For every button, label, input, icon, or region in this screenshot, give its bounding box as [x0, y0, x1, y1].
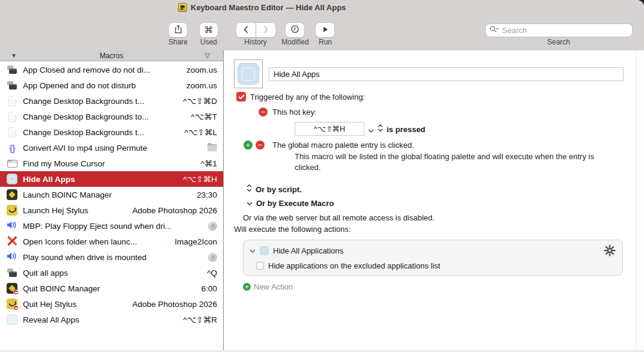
macro-row[interactable]: Quit BOINC Manager6:00	[0, 281, 223, 296]
history-forward-button[interactable]	[256, 23, 275, 37]
hej-stylus-icon	[7, 205, 17, 216]
scrollbar-track[interactable]	[636, 50, 644, 352]
macro-name: Find my Mouse Cursor	[23, 159, 105, 168]
macro-name: Quit Hej Stylus	[23, 300, 76, 309]
macro-row[interactable]: MBP: Play Floppy Eject sound when dri...	[0, 218, 223, 234]
macro-row[interactable]: Play sound when drive is mounted	[0, 249, 223, 265]
macro-name: Convert AVI to mp4 using Permute	[23, 144, 147, 153]
palette-description: This macro will be listed in the global …	[295, 151, 606, 173]
macro-row[interactable]: Reveal All Apps^⌥⇧⌘R	[0, 312, 223, 327]
hotkey-chevron-icon[interactable]	[368, 125, 374, 136]
macro-detail	[208, 253, 217, 262]
or-by-execute-row[interactable]: Or by Execute Macro	[247, 198, 334, 208]
clock-icon	[290, 25, 299, 35]
used-label: Used	[197, 38, 221, 46]
new-action-button[interactable]: New Action	[243, 282, 293, 291]
triggered-checkbox[interactable]	[236, 92, 246, 102]
macro-row[interactable]: Find my Mouse Cursor^⌘1	[0, 156, 223, 171]
hide-apps-icon	[7, 174, 17, 184]
stacked-windows-icon	[7, 64, 17, 75]
disc-icon	[208, 222, 217, 231]
run-button[interactable]	[316, 23, 334, 37]
macro-detail: ^⌥⇧⌘H	[183, 174, 217, 184]
macro-row[interactable]: Change Desktop Backgrounds to...^⌥⌘T	[0, 109, 223, 124]
macro-detail: ^⌥⇧⌘L	[185, 127, 217, 137]
action-header: Hide All Applications	[250, 245, 343, 256]
popup-updown-icon[interactable]	[378, 124, 383, 135]
triggered-label: Triggered by any of the following:	[250, 93, 365, 102]
hotkey-trigger-label: This hot key:	[272, 108, 317, 117]
macro-row[interactable]: Hide All Apps^⌥⇧⌘H	[0, 171, 223, 187]
gear-icon[interactable]	[603, 244, 616, 257]
palette-trigger-label: The global macro palette entry is clicke…	[272, 141, 414, 150]
or-by-script-row[interactable]: Or by script.	[247, 184, 302, 195]
macro-detail: Adobe Photoshop 2026	[132, 206, 217, 215]
remove-trigger-button[interactable]	[259, 108, 268, 117]
macro-row[interactable]: Launch BOINC Manager23:30	[0, 187, 223, 202]
search-field[interactable]	[486, 24, 632, 37]
window-title-group: Keyboard Maestro Editor — Hide All Apps	[178, 3, 346, 12]
hotkey-field[interactable]: ^⌥⇧⌘H	[295, 122, 364, 136]
window-chrome: Keyboard Maestro Editor — Hide All Apps …	[0, 0, 644, 50]
macro-name: Quit BOINC Manager	[23, 284, 100, 293]
action-box[interactable]: Hide All Applications Hide applications …	[243, 240, 623, 276]
hej-stylus-quit-icon	[7, 299, 17, 309]
sort-order-icon[interactable]: ▽	[205, 52, 210, 59]
macro-row[interactable]: Launch Hej StylusAdobe Photoshop 2026	[0, 202, 223, 218]
modified-button[interactable]	[286, 23, 304, 37]
stacked-windows-icon	[7, 267, 17, 278]
macro-name: App Opened and do not disturb	[23, 81, 136, 90]
hotkey-condition-label[interactable]: is pressed	[387, 125, 425, 134]
chevron-right-icon	[262, 25, 269, 35]
macro-detail: zoom.us	[186, 65, 217, 74]
macro-name: MBP: Play Floppy Eject sound when dri...	[23, 222, 172, 231]
macro-row[interactable]: {}Convert AVI to mp4 using Permute	[0, 140, 223, 156]
macro-detail: ^⌥⇧⌘R	[183, 315, 217, 324]
share-button[interactable]	[169, 23, 187, 37]
chevron-down-icon	[247, 198, 253, 208]
hotkey-trigger-row: This hot key:	[259, 108, 317, 117]
remove-palette-trigger-button[interactable]	[256, 141, 265, 150]
macro-row[interactable]: Change Desktop Backgrounds t...^⌥⇧⌘L	[0, 124, 223, 140]
macro-icon-well[interactable]	[234, 59, 263, 88]
macro-name: Play sound when drive is mounted	[23, 253, 147, 262]
macro-name: Change Desktop Backgrounds t...	[23, 128, 144, 137]
macro-list: App Closed and remove do not di...zoom.u…	[0, 62, 223, 352]
action-collapse-icon[interactable]	[250, 245, 256, 256]
stacked-windows-icon	[7, 80, 17, 91]
play-icon	[322, 26, 329, 35]
palette-trigger-row: The global macro palette entry is clicke…	[244, 141, 414, 150]
triggered-row: Triggered by any of the following:	[236, 92, 365, 102]
braces-icon: {}	[9, 144, 15, 153]
macro-row[interactable]: App Opened and do not disturbzoom.us	[0, 77, 223, 93]
macro-row[interactable]: App Closed and remove do not di...zoom.u…	[0, 62, 223, 77]
search-input[interactable]	[502, 26, 628, 35]
macro-detail	[207, 144, 217, 151]
macro-row[interactable]: Open Icons folder when launc...Image2Ico…	[0, 234, 223, 249]
search-label: Search	[541, 38, 577, 46]
add-trigger-button[interactable]	[244, 141, 253, 150]
crossed-tools-icon	[7, 235, 17, 248]
macro-name-input[interactable]	[269, 67, 624, 81]
or-by-script-label: Or by script.	[256, 185, 302, 194]
reveal-apps-icon	[7, 314, 17, 325]
macro-detail: Adobe Photoshop 2026	[132, 300, 217, 309]
macro-detail: ^⌘1	[201, 159, 217, 168]
history-back-button[interactable]	[236, 23, 256, 37]
macro-detail: ^⌥⇧⌘D	[183, 96, 217, 106]
command-icon: ⌘	[204, 26, 213, 35]
document-icon	[8, 127, 16, 138]
sort-triangle-icon[interactable]: ▼	[11, 52, 17, 59]
disc-icon	[208, 253, 217, 262]
macro-detail: ^Q	[207, 269, 217, 278]
excluded-apps-checkbox[interactable]	[256, 262, 264, 270]
macro-row[interactable]: Change Desktop Backgrounds t...^⌥⇧⌘D	[0, 93, 223, 109]
used-button[interactable]: ⌘	[200, 23, 218, 37]
macro-row[interactable]: Quit Hej StylusAdobe Photoshop 2026	[0, 296, 223, 312]
action-option-row: Hide applications on the excluded applic…	[256, 261, 440, 270]
macro-detail	[208, 222, 217, 231]
macro-name: App Closed and remove do not di...	[23, 65, 150, 74]
macro-list-header[interactable]: ▼ Macros ▽	[0, 50, 223, 61]
speaker-icon	[7, 220, 18, 231]
macro-row[interactable]: Quit all apps^Q	[0, 265, 223, 281]
